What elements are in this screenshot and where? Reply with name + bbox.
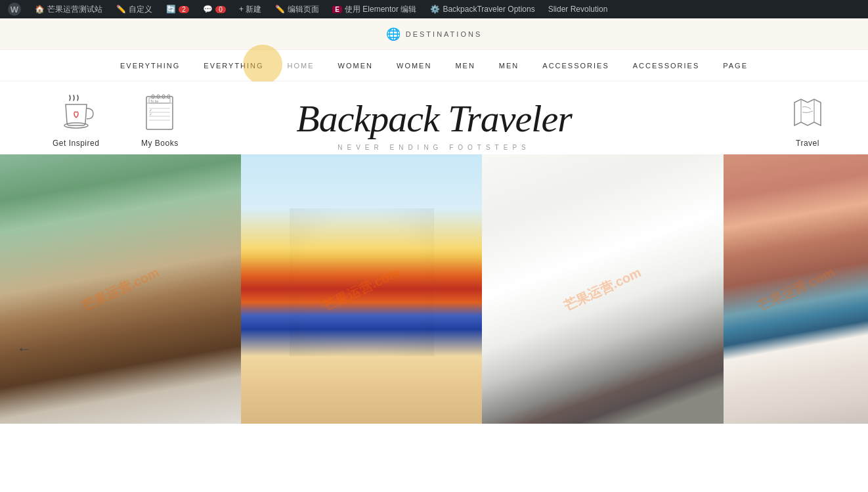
gallery-section: ← 芒果运营.com 芒果运营.com 芒果运营.com 芒果运营.com: [0, 154, 868, 424]
backpack-label: BackpackTraveler Options: [443, 5, 534, 14]
logo-menu-area: Get Inspired To be: [0, 81, 868, 154]
gallery-item-girl[interactable]: 芒果运营.com: [0, 154, 241, 424]
destinations-label: DESTINATIONS: [406, 30, 482, 38]
elementor-label: 使用 Elementor 编辑: [345, 4, 416, 15]
nav-women-2[interactable]: WOMEN: [385, 50, 443, 81]
get-inspired-item[interactable]: Get Inspired: [53, 91, 99, 148]
slider-label: Slider Revolution: [548, 5, 608, 14]
comments-badge: 0: [215, 6, 226, 13]
main-navigation: EVERYTHING EVERYTHING HOME WOMEN WOMEN M…: [0, 50, 868, 81]
backpack-options-item[interactable]: ⚙️ BackpackTraveler Options: [427, 4, 537, 14]
elementor-badge: E: [332, 6, 342, 13]
site-name-label: 芒果运营测试站: [47, 4, 102, 15]
elementor-item[interactable]: E 使用 Elementor 编辑: [330, 4, 419, 15]
gallery-item-balloon[interactable]: 芒果运营.com: [241, 154, 482, 424]
nav-home[interactable]: HOME: [276, 50, 326, 81]
comments-item[interactable]: 💬 0: [200, 4, 228, 14]
edit-page-label: 编辑页面: [288, 4, 319, 15]
nav-accessories-1[interactable]: ACCESSORIES: [531, 50, 620, 81]
gear-icon: ⚙️: [429, 4, 440, 14]
updates-badge: 2: [179, 6, 189, 13]
coffee-icon: [55, 91, 97, 133]
slider-revolution-item[interactable]: Slider Revolution: [546, 5, 611, 14]
wp-icon: W: [8, 3, 21, 16]
destinations-inner: 🌐 DESTINATIONS: [386, 27, 482, 41]
destinations-bar: 🌐 DESTINATIONS: [0, 18, 868, 50]
site-name-item[interactable]: 🏠 芒果运营测试站: [32, 4, 105, 15]
nav-men-1[interactable]: MEN: [443, 50, 487, 81]
get-inspired-label: Get Inspired: [53, 139, 99, 148]
new-label: + 新建: [239, 4, 261, 15]
gallery-prev-arrow[interactable]: ←: [16, 340, 32, 358]
nav-everything-1[interactable]: EVERYTHING: [108, 50, 192, 81]
admin-bar: W 🏠 芒果运营测试站 ✏️ 自定义 🔄 2 💬 0 + 新建 ✏️ 编辑页面 …: [0, 0, 868, 18]
travel-label: Travel: [796, 139, 819, 148]
notebook-icon: To be ✓ ✓: [139, 91, 181, 133]
edit-icon: ✏️: [274, 4, 285, 14]
my-books-label: My Books: [141, 139, 179, 148]
site-icon: 🏠: [34, 4, 45, 14]
nav-accessories-2[interactable]: ACCESSORIES: [621, 50, 711, 81]
header-wrapper: 🌐 DESTINATIONS EVERYTHING EVERYTHING HOM…: [0, 18, 868, 154]
customize-item[interactable]: ✏️ 自定义: [113, 4, 155, 15]
nav-women-1[interactable]: WOMEN: [326, 50, 385, 81]
nav-pages[interactable]: PAGE: [711, 50, 760, 81]
globe-icon: 🌐: [386, 27, 401, 41]
wp-logo-item[interactable]: W: [5, 3, 24, 16]
comment-icon: 💬: [202, 4, 213, 14]
updates-item[interactable]: 🔄 2: [163, 4, 192, 14]
gallery-item-venice[interactable]: 芒果运营.com: [724, 154, 868, 424]
gallery-item-food[interactable]: 芒果运营.com: [482, 154, 723, 424]
right-menu-icons: Travel: [787, 91, 829, 148]
pencil-icon: ✏️: [116, 4, 126, 14]
left-menu-icons: Get Inspired To be: [53, 91, 181, 148]
refresh-icon: 🔄: [165, 4, 176, 14]
edit-page-item[interactable]: ✏️ 编辑页面: [272, 4, 322, 15]
new-item[interactable]: + 新建: [236, 4, 264, 15]
map-icon: [787, 91, 829, 133]
customize-label: 自定义: [129, 4, 152, 15]
nav-men-2[interactable]: MEN: [487, 50, 531, 81]
svg-text:To be: To be: [150, 99, 158, 103]
travel-item[interactable]: Travel: [787, 91, 829, 148]
my-books-item[interactable]: To be ✓ ✓: [139, 91, 181, 148]
nav-inner: EVERYTHING EVERYTHING HOME WOMEN WOMEN M…: [108, 50, 760, 81]
svg-text:✓: ✓: [149, 112, 152, 116]
nav-everything-2[interactable]: EVERYTHING: [192, 50, 275, 81]
